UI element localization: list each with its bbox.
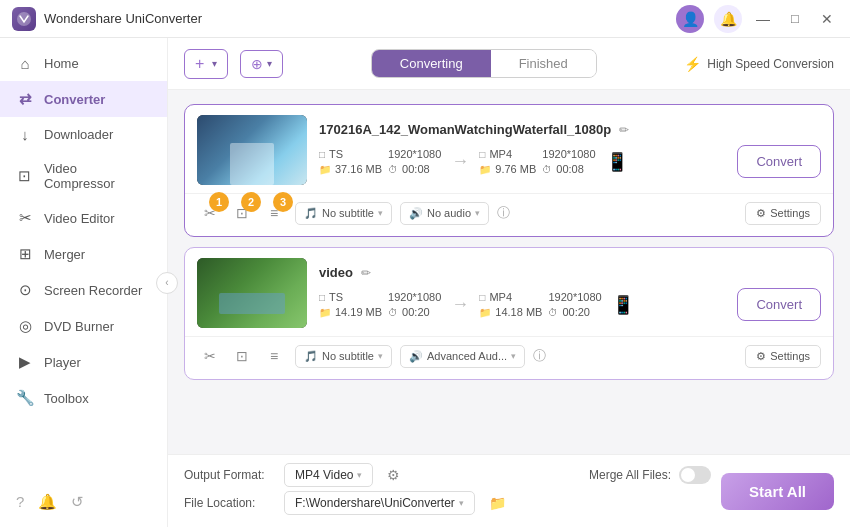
edit-title-icon-2[interactable]: ✏	[361, 266, 371, 280]
device-icon-1[interactable]: 📱	[606, 151, 628, 173]
add-url-icon: ⊕	[251, 56, 263, 72]
add-files-icon: +	[195, 55, 204, 73]
output-format-select[interactable]: MP4 Video ▾	[284, 463, 373, 487]
file-location-select[interactable]: F:\Wondershare\UniConverter ▾	[284, 491, 475, 515]
subtitle-icon-1: 🎵	[304, 207, 318, 220]
file-title-1: 170216A_142_WomanWatchingWaterfall_1080p	[319, 122, 611, 137]
subtitle-dropdown-2[interactable]: 🎵 No subtitle ▾	[295, 345, 392, 368]
refresh-icon[interactable]: ↺	[71, 493, 84, 511]
notification-icon[interactable]: 🔔	[38, 493, 57, 511]
card-tools-1: ✂ 1 ⊡ 2 ≡ 3	[197, 200, 287, 226]
sidebar-item-video-editor[interactable]: ✂ Video Editor	[0, 200, 167, 236]
thumbnail-waterfall-img	[197, 115, 307, 185]
sidebar-collapse-btn[interactable]: ‹	[156, 272, 178, 294]
tabs-group: Converting Finished	[371, 49, 597, 78]
output-format-box-2: □ MP4 📁 14.18 MB	[479, 291, 542, 318]
video-compressor-icon: ⊡	[16, 167, 34, 185]
input-resolution-1: 1920*1080	[388, 148, 441, 160]
sidebar-item-home[interactable]: ⌂ Home	[0, 46, 167, 81]
input-dur-icon-1: ⏱	[388, 164, 398, 175]
output-size-icon-2: 📁	[479, 307, 491, 318]
output-size-1: 9.76 MB	[495, 163, 536, 175]
bottom-bar: Output Format: MP4 Video ▾ ⚙ Merge All F…	[168, 454, 850, 527]
high-speed-button[interactable]: ⚡ High Speed Conversion	[684, 56, 834, 72]
subtitle-icon-2: 🎵	[304, 350, 318, 363]
output-format-settings-icon[interactable]: ⚙	[387, 467, 400, 483]
output-resolution-1: 1920*1080	[542, 148, 595, 160]
input-format-icon-2: □	[319, 292, 325, 303]
trim-tool-2[interactable]: ✂	[197, 343, 223, 369]
output-size-row-1: 📁 9.76 MB	[479, 163, 536, 175]
top-bar: + ▾ ⊕ ▾ Converting Finished ⚡ High Speed…	[168, 38, 850, 90]
sidebar-item-toolbox[interactable]: 🔧 Toolbox	[0, 380, 167, 416]
settings-button-1[interactable]: ⚙ Settings	[745, 202, 821, 225]
file-location-value: F:\Wondershare\UniConverter	[295, 496, 455, 510]
merge-row: Merge All Files:	[589, 466, 711, 484]
trim-tool-1[interactable]: ✂ 1	[197, 200, 223, 226]
device-icon-2[interactable]: 📱	[612, 294, 634, 316]
file-location-browse-icon[interactable]: 📁	[489, 495, 506, 511]
output-format-value: MP4 Video	[295, 468, 353, 482]
help-icon[interactable]: ?	[16, 493, 24, 511]
audio-dropdown-2[interactable]: 🔊 Advanced Aud... ▾	[400, 345, 525, 368]
bottom-two-rows: Output Format: MP4 Video ▾ ⚙ Merge All F…	[184, 463, 711, 519]
convert-button-2[interactable]: Convert	[737, 288, 821, 321]
effects-icon-2: ≡	[270, 348, 278, 364]
add-files-button[interactable]: + ▾	[184, 49, 228, 79]
crop-tool-2[interactable]: ⊡	[229, 343, 255, 369]
sidebar-item-merger[interactable]: ⊞ Merger	[0, 236, 167, 272]
start-all-button[interactable]: Start All	[721, 473, 834, 510]
close-btn[interactable]: ✕	[819, 11, 835, 27]
merge-toggle[interactable]	[679, 466, 711, 484]
bell-icon[interactable]: 🔔	[714, 5, 742, 33]
card-tools-2: ✂ ⊡ ≡	[197, 343, 287, 369]
sidebar-item-screen-recorder[interactable]: ⊙ Screen Recorder	[0, 272, 167, 308]
output-format-box-1: □ MP4 📁 9.76 MB	[479, 148, 536, 175]
output-res-row-2: 1920*1080	[548, 291, 601, 303]
effects-tool-2[interactable]: ≡	[261, 343, 287, 369]
sidebar-item-video-compressor[interactable]: ⊡ Video Compressor	[0, 152, 167, 200]
card-bottom-1: ✂ 1 ⊡ 2 ≡ 3 🎵 No s	[185, 193, 833, 236]
settings-button-2[interactable]: ⚙ Settings	[745, 345, 821, 368]
card-top-1: 170216A_142_WomanWatchingWaterfall_1080p…	[185, 105, 833, 191]
input-format-1: TS	[329, 148, 343, 160]
maximize-btn[interactable]: □	[787, 11, 803, 26]
minimize-btn[interactable]: —	[755, 11, 771, 27]
player-icon: ▶	[16, 353, 34, 371]
add-url-button[interactable]: ⊕ ▾	[240, 50, 283, 78]
input-format-row-2: □ TS	[319, 291, 382, 303]
sidebar-label-downloader: Downloader	[44, 127, 113, 142]
info-icon-1[interactable]: ⓘ	[497, 204, 510, 222]
sidebar-item-downloader[interactable]: ↓ Downloader	[0, 117, 167, 152]
input-res-box-1: 1920*1080 ⏱ 00:08	[388, 148, 441, 175]
user-icon[interactable]: 👤	[676, 5, 704, 33]
arrow-icon-2: →	[451, 294, 469, 315]
video-editor-icon: ✂	[16, 209, 34, 227]
audio-chevron-2: ▾	[511, 351, 516, 361]
lightning-icon: ⚡	[684, 56, 701, 72]
info-icon-2[interactable]: ⓘ	[533, 347, 546, 365]
sidebar-label-converter: Converter	[44, 92, 105, 107]
output-format-icon-1: □	[479, 149, 485, 160]
file-card-1: 170216A_142_WomanWatchingWaterfall_1080p…	[184, 104, 834, 237]
sidebar-label-video-compressor: Video Compressor	[44, 161, 151, 191]
tab-finished[interactable]: Finished	[491, 50, 596, 77]
subtitle-value-2: No subtitle	[322, 350, 374, 362]
downloader-icon: ↓	[16, 126, 34, 143]
audio-value-1: No audio	[427, 207, 471, 219]
sidebar-item-dvd-burner[interactable]: ◎ DVD Burner	[0, 308, 167, 344]
sidebar-item-player[interactable]: ▶ Player	[0, 344, 167, 380]
sidebar: ⌂ Home ⇄ Converter ↓ Downloader ⊡ Video …	[0, 38, 168, 527]
crop-tool-1[interactable]: ⊡ 2	[229, 200, 255, 226]
output-format-row-2: □ MP4	[479, 291, 542, 303]
input-size-1: 37.16 MB	[335, 163, 382, 175]
tab-converting[interactable]: Converting	[372, 50, 491, 77]
subtitle-dropdown-1[interactable]: 🎵 No subtitle ▾	[295, 202, 392, 225]
input-dur-row-2: ⏱ 00:20	[388, 306, 441, 318]
edit-title-icon-1[interactable]: ✏	[619, 123, 629, 137]
audio-dropdown-1[interactable]: 🔊 No audio ▾	[400, 202, 489, 225]
convert-button-1[interactable]: Convert	[737, 145, 821, 178]
settings-gear-icon-1: ⚙	[756, 207, 766, 220]
sidebar-item-converter[interactable]: ⇄ Converter	[0, 81, 167, 117]
effects-tool-1[interactable]: ≡ 3	[261, 200, 287, 226]
